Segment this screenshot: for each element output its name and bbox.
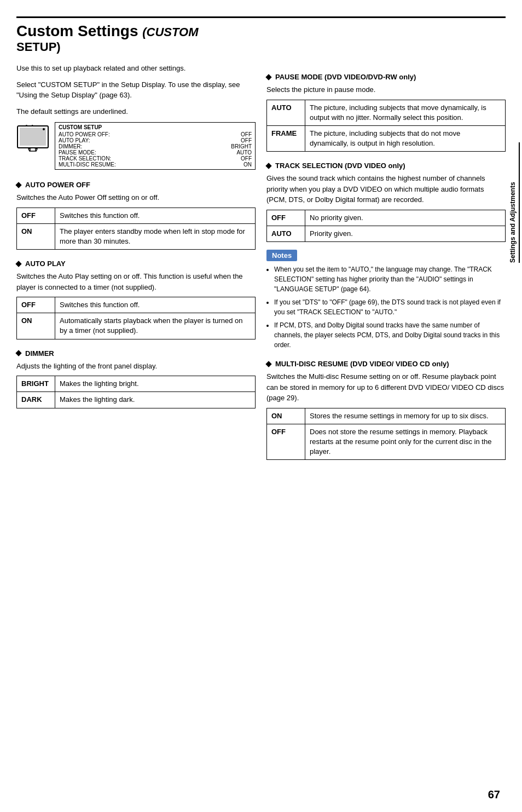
intro-p2: Select "CUSTOM SETUP" in the Setup Displ… bbox=[16, 79, 256, 101]
setup-label-1: AUTO PLAY: bbox=[59, 137, 90, 143]
svg-rect-1 bbox=[20, 128, 46, 146]
table-cell-key: OFF bbox=[267, 210, 305, 226]
right-column: PAUSE MODE (DVD VIDEO/DVD-RW only) Selec… bbox=[266, 63, 506, 468]
table-row: AUTO The picture, including subjects tha… bbox=[267, 100, 506, 125]
table-cell-key: OFF bbox=[17, 208, 55, 223]
multi-disc-resume-label: MULTI-DISC RESUME (DVD VIDEO/ VIDEO CD o… bbox=[275, 360, 449, 368]
dimmer-header: DIMMER bbox=[16, 349, 256, 358]
side-tab: Settings and Adjustments bbox=[507, 110, 522, 812]
table-cell-key: ON bbox=[17, 313, 55, 339]
setup-label-0: AUTO POWER OFF: bbox=[59, 131, 110, 137]
intro-p3: The default settings are underlined. bbox=[16, 106, 256, 117]
track-selection-table: OFF No priority given. AUTO Priority giv… bbox=[266, 210, 506, 242]
title-block: Custom Settings (CUSTOM SETUP) bbox=[16, 16, 506, 54]
pause-mode-table: AUTO The picture, including subjects tha… bbox=[266, 100, 506, 152]
auto-play-label: AUTO PLAY bbox=[25, 260, 66, 268]
left-column: Use this to set up playback related and … bbox=[16, 63, 256, 468]
table-row: ON The player enters standby mode when l… bbox=[17, 223, 256, 249]
setup-display-container: CUSTOM SETUP AUTO POWER OFF: OFF AUTO PL… bbox=[16, 122, 256, 170]
pause-mode-desc: Selects the picture in pause mode. bbox=[266, 84, 506, 95]
title-main: Custom Settings bbox=[16, 22, 138, 39]
tv-icon bbox=[16, 125, 49, 152]
table-cell-value: Does not store the resume settings in me… bbox=[305, 424, 506, 460]
auto-play-desc: Switches the Auto Play setting on or off… bbox=[16, 271, 256, 292]
intro-p1: Use this to set up playback related and … bbox=[16, 63, 256, 74]
main-content: Custom Settings (CUSTOM SETUP) Use this … bbox=[16, 16, 511, 796]
auto-power-off-table: OFF Switches this function off. ON The p… bbox=[16, 208, 256, 250]
setup-label-5: MULTI-DISC RESUME: bbox=[59, 162, 116, 168]
track-selection-desc: Gives the sound track which contains the… bbox=[266, 173, 506, 205]
setup-box-title: CUSTOM SETUP bbox=[59, 124, 252, 130]
setup-value-3: AUTO bbox=[236, 149, 252, 156]
notes-list: When you set the item to "AUTO," the lan… bbox=[266, 264, 506, 350]
table-row: BRIGHT Makes the lighting bright. bbox=[17, 376, 256, 392]
table-cell-value: The picture, including subjects that do … bbox=[305, 125, 506, 151]
table-row: ON Stores the resume settings in memory … bbox=[267, 408, 506, 424]
table-row: OFF Switches this function off. bbox=[17, 297, 256, 313]
setup-row-4: TRACK SELECTION: OFF bbox=[59, 156, 252, 162]
diamond-icon bbox=[265, 74, 271, 80]
diamond-icon bbox=[15, 261, 21, 267]
table-cell-value: Switches this function off. bbox=[55, 208, 256, 223]
note-item-0: When you set the item to "AUTO," the lan… bbox=[274, 264, 506, 294]
diamond-icon bbox=[15, 182, 21, 188]
page-container: Custom Settings (CUSTOM SETUP) Use this … bbox=[0, 0, 522, 812]
auto-power-off-desc: Switches the Auto Power Off setting on o… bbox=[16, 192, 256, 203]
table-cell-key: DARK bbox=[17, 392, 55, 408]
setup-value-2: BRIGHT bbox=[231, 143, 252, 149]
title-subtitle-italic: (CUSTOM bbox=[142, 25, 198, 39]
note-item-2: If PCM, DTS, and Dolby Digital sound tra… bbox=[274, 320, 506, 350]
table-cell-value: Switches this function off. bbox=[55, 297, 256, 313]
setup-box: CUSTOM SETUP AUTO POWER OFF: OFF AUTO PL… bbox=[55, 122, 256, 170]
page-title: Custom Settings (CUSTOM SETUP) bbox=[16, 22, 506, 54]
diamond-icon bbox=[265, 163, 271, 169]
table-cell-value: Makes the lighting dark. bbox=[55, 392, 256, 408]
table-cell-value: Automatically starts playback when the p… bbox=[55, 313, 256, 339]
title-subtitle2: SETUP) bbox=[16, 40, 506, 54]
auto-play-table: OFF Switches this function off. ON Autom… bbox=[16, 297, 256, 339]
setup-row-1: AUTO PLAY: OFF bbox=[59, 137, 252, 143]
table-cell-key: AUTO bbox=[267, 100, 305, 125]
table-row: DARK Makes the lighting dark. bbox=[17, 392, 256, 408]
table-cell-key: ON bbox=[267, 408, 305, 424]
auto-power-off-label: AUTO POWER OFF bbox=[25, 181, 90, 189]
table-cell-key: OFF bbox=[267, 424, 305, 460]
setup-label-2: DIMMER: bbox=[59, 143, 82, 149]
setup-label-4: TRACK SELECTION: bbox=[59, 156, 111, 162]
setup-value-4: OFF bbox=[241, 156, 252, 162]
table-cell-value: The picture, including subjects that mov… bbox=[305, 100, 506, 125]
auto-power-off-header: AUTO POWER OFF bbox=[16, 181, 256, 189]
table-row: FRAME The picture, including subjects th… bbox=[267, 125, 506, 151]
note-item-1: If you set "DTS" to "OFF" (page 69), the… bbox=[274, 297, 506, 317]
pause-mode-header: PAUSE MODE (DVD VIDEO/DVD-RW only) bbox=[266, 73, 506, 81]
setup-row-3: PAUSE MODE: AUTO bbox=[59, 149, 252, 156]
track-selection-label: TRACK SELECTION (DVD VIDEO only) bbox=[275, 162, 405, 170]
multi-disc-resume-desc: Switches the Multi-disc Resume setting o… bbox=[266, 371, 506, 404]
notes-label: Notes bbox=[266, 250, 297, 261]
setup-row-5: MULTI-DISC RESUME: ON bbox=[59, 162, 252, 168]
table-cell-key: AUTO bbox=[267, 226, 305, 241]
table-cell-value: Makes the lighting bright. bbox=[55, 376, 256, 392]
multi-disc-resume-header: MULTI-DISC RESUME (DVD VIDEO/ VIDEO CD o… bbox=[266, 360, 506, 368]
table-row: OFF Does not store the resume settings i… bbox=[267, 424, 506, 460]
table-cell-value: No priority given. bbox=[305, 210, 506, 226]
table-cell-key: BRIGHT bbox=[17, 376, 55, 392]
multi-disc-resume-table: ON Stores the resume settings in memory … bbox=[266, 408, 506, 460]
table-cell-value: The player enters standby mode when left… bbox=[55, 223, 256, 249]
svg-point-5 bbox=[43, 128, 45, 130]
auto-play-header: AUTO PLAY bbox=[16, 260, 256, 268]
table-row: ON Automatically starts playback when th… bbox=[17, 313, 256, 339]
setup-value-0: OFF bbox=[241, 131, 252, 137]
diamond-icon bbox=[15, 350, 21, 356]
dimmer-table: BRIGHT Makes the lighting bright. DARK M… bbox=[16, 376, 256, 408]
table-row: OFF No priority given. bbox=[267, 210, 506, 226]
track-selection-header: TRACK SELECTION (DVD VIDEO only) bbox=[266, 162, 506, 170]
table-row: OFF Switches this function off. bbox=[17, 208, 256, 223]
setup-row-2: DIMMER: BRIGHT bbox=[59, 143, 252, 149]
table-cell-key: FRAME bbox=[267, 125, 305, 151]
table-row: AUTO Priority given. bbox=[267, 226, 506, 241]
table-cell-key: OFF bbox=[17, 297, 55, 313]
diamond-icon bbox=[265, 361, 271, 367]
dimmer-label: DIMMER bbox=[25, 349, 54, 358]
setup-value-1: OFF bbox=[241, 137, 252, 143]
